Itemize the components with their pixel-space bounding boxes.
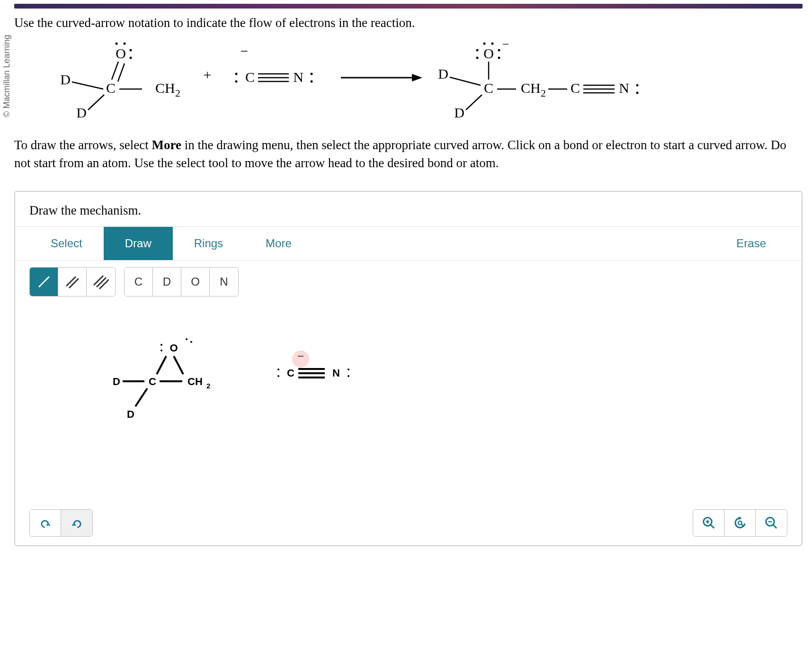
svg-line-55	[94, 276, 103, 285]
svg-point-28	[483, 42, 486, 45]
svg-line-57	[99, 279, 109, 289]
svg-point-31	[476, 56, 479, 59]
svg-line-92	[773, 525, 777, 529]
svg-text:D: D	[454, 105, 464, 120]
tab-erase[interactable]: Erase	[715, 227, 787, 260]
atom-d-tool[interactable]: D	[153, 268, 181, 296]
svg-line-53	[66, 277, 76, 286]
svg-point-17	[235, 80, 238, 82]
canvas-ketone[interactable]: O C CH 2 D D	[113, 338, 210, 420]
svg-point-1	[116, 42, 118, 45]
double-bond-tool[interactable]	[58, 268, 87, 296]
bottom-controls	[29, 509, 787, 537]
svg-point-61	[186, 338, 187, 340]
svg-text:O: O	[170, 342, 178, 354]
atom-c-tool[interactable]: C	[125, 268, 153, 296]
svg-line-56	[97, 278, 106, 287]
svg-point-16	[235, 72, 238, 75]
svg-point-32	[498, 49, 500, 51]
drawing-canvas[interactable]: O C CH 2 D D C	[15, 303, 802, 502]
drawing-editor: Draw the mechanism. Select Draw Rings Mo…	[14, 191, 803, 546]
svg-text:C: C	[484, 80, 493, 96]
svg-point-3	[130, 49, 132, 51]
editor-tabs: Select Draw Rings More Erase	[15, 226, 802, 261]
tab-draw[interactable]: Draw	[104, 227, 173, 260]
svg-text:C: C	[571, 80, 580, 96]
zoom-in-button[interactable]	[693, 510, 724, 536]
svg-point-24	[311, 80, 313, 82]
svg-line-71	[135, 388, 147, 406]
svg-text:N: N	[619, 80, 629, 96]
svg-point-51	[636, 91, 639, 94]
svg-line-63	[157, 356, 166, 374]
tab-select[interactable]: Select	[29, 227, 104, 260]
canvas-cyanide[interactable]: C N	[277, 350, 349, 379]
svg-text:D: D	[76, 105, 87, 120]
svg-point-58	[161, 344, 162, 346]
svg-marker-88	[739, 517, 741, 521]
reaction-scheme: O C D D CH 2 + −	[38, 42, 803, 127]
reactant-ketone: O C D D CH 2	[60, 42, 180, 120]
redo-button[interactable]	[61, 510, 92, 536]
svg-text:CH: CH	[521, 80, 541, 96]
svg-point-62	[190, 341, 192, 343]
zoom-controls	[693, 509, 787, 537]
product: O − C D D CH 2 C N	[438, 42, 638, 120]
svg-line-11	[88, 95, 104, 110]
single-bond-tool[interactable]	[30, 268, 58, 296]
svg-text:CH: CH	[155, 80, 175, 96]
svg-point-4	[130, 56, 132, 59]
svg-text:D: D	[127, 408, 134, 420]
tab-rings[interactable]: Rings	[173, 227, 244, 260]
editor-header: Draw the mechanism.	[15, 192, 802, 226]
svg-text:−: −	[502, 42, 509, 51]
copyright-sidebar: © Macmillan Learning	[2, 14, 11, 137]
zoom-in-icon	[702, 516, 716, 530]
svg-text:2: 2	[206, 382, 210, 390]
svg-text:O: O	[116, 45, 126, 61]
tab-more[interactable]: More	[244, 227, 313, 260]
svg-line-40	[466, 95, 482, 110]
svg-point-82	[348, 368, 349, 370]
svg-text:C: C	[287, 367, 294, 379]
svg-text:2: 2	[541, 87, 546, 99]
zoom-out-button[interactable]	[756, 510, 787, 536]
atom-tool-group: C D O N	[124, 267, 239, 297]
atom-o-tool[interactable]: O	[181, 268, 210, 296]
top-decorative-bar	[14, 4, 803, 9]
svg-point-23	[311, 72, 313, 75]
svg-line-52	[39, 277, 49, 287]
svg-text:C: C	[106, 80, 116, 96]
svg-text:D: D	[113, 376, 120, 387]
history-controls	[29, 509, 93, 537]
zoom-out-icon	[764, 516, 778, 530]
svg-point-50	[636, 84, 639, 86]
svg-text:C: C	[149, 376, 156, 387]
svg-marker-26	[412, 74, 422, 81]
instruction-text: To draw the arrows, select More in the d…	[14, 136, 803, 172]
question-text: Use the curved-arrow notation to indicat…	[14, 14, 803, 32]
reset-zoom-button[interactable]	[724, 510, 756, 536]
copyright-text: © Macmillan Learning	[2, 35, 12, 117]
svg-line-85	[710, 525, 714, 529]
svg-text:D: D	[60, 72, 71, 87]
tab-spacer	[313, 227, 715, 260]
svg-text:2: 2	[175, 87, 180, 99]
sub-toolbar: C D O N	[15, 261, 802, 303]
main-content: Use the curved-arrow notation to indicat…	[14, 4, 803, 546]
svg-text:CH: CH	[187, 376, 203, 387]
atom-n-tool[interactable]: N	[210, 268, 238, 296]
svg-point-83	[348, 375, 349, 377]
svg-line-64	[174, 356, 183, 374]
instruction-bold: More	[152, 138, 181, 152]
svg-point-59	[161, 350, 162, 351]
svg-line-38	[450, 77, 481, 85]
svg-point-33	[498, 56, 500, 59]
reset-zoom-icon	[733, 516, 747, 530]
svg-line-54	[69, 279, 79, 288]
svg-line-9	[72, 82, 103, 89]
svg-point-2	[124, 42, 126, 45]
triple-bond-tool[interactable]	[87, 268, 115, 296]
svg-point-29	[491, 42, 494, 45]
undo-button[interactable]	[30, 510, 61, 536]
